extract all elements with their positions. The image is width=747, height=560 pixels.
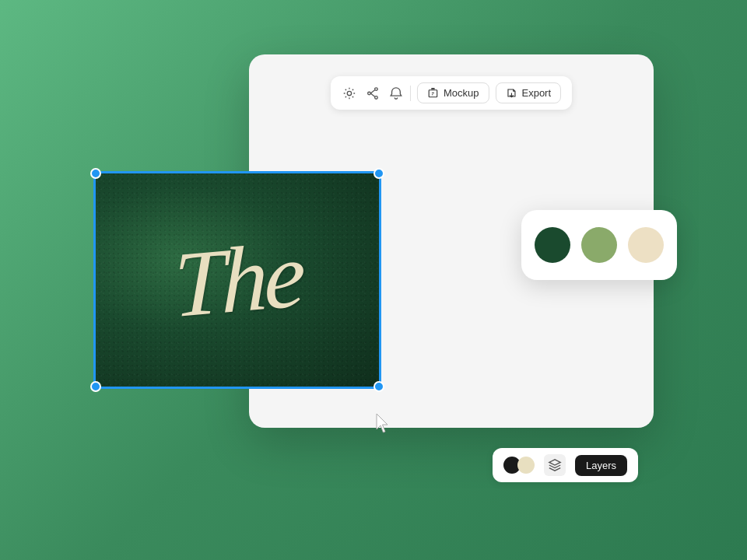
calligraphy-text: The bbox=[174, 228, 301, 333]
color-swatch-cream[interactable] bbox=[628, 227, 664, 263]
handle-bottom-right[interactable] bbox=[374, 381, 384, 392]
handle-top-right[interactable] bbox=[374, 168, 384, 179]
share-icon[interactable] bbox=[365, 86, 381, 101]
handle-bottom-left[interactable] bbox=[90, 381, 101, 392]
svg-point-0 bbox=[347, 91, 351, 95]
layer-toggle[interactable] bbox=[503, 457, 535, 474]
canvas-image: The bbox=[96, 173, 379, 387]
layers-button[interactable]: Layers bbox=[575, 455, 627, 476]
toolbar: Mockup Export bbox=[331, 76, 572, 110]
layers-icon[interactable] bbox=[544, 454, 566, 476]
svg-point-1 bbox=[375, 87, 378, 90]
layer-bar: Layers bbox=[493, 448, 638, 482]
settings-icon[interactable] bbox=[342, 86, 357, 101]
svg-point-2 bbox=[375, 96, 378, 99]
cursor bbox=[374, 412, 392, 436]
svg-line-4 bbox=[370, 89, 374, 93]
color-swatch-dark-green[interactable] bbox=[535, 227, 570, 263]
toolbar-icons bbox=[342, 86, 411, 101]
toggle-cream-circle bbox=[517, 457, 535, 474]
bell-icon[interactable] bbox=[388, 86, 404, 101]
mockup-button[interactable]: Mockup bbox=[417, 82, 489, 103]
color-palette-card bbox=[521, 210, 677, 280]
handle-top-left[interactable] bbox=[90, 168, 101, 179]
scene: Mockup Export The bbox=[93, 54, 654, 506]
color-swatch-sage-green[interactable] bbox=[581, 227, 617, 263]
export-button[interactable]: Export bbox=[495, 82, 561, 103]
canvas-selection[interactable]: The bbox=[93, 171, 381, 389]
svg-point-3 bbox=[368, 92, 371, 95]
svg-line-5 bbox=[370, 93, 374, 96]
